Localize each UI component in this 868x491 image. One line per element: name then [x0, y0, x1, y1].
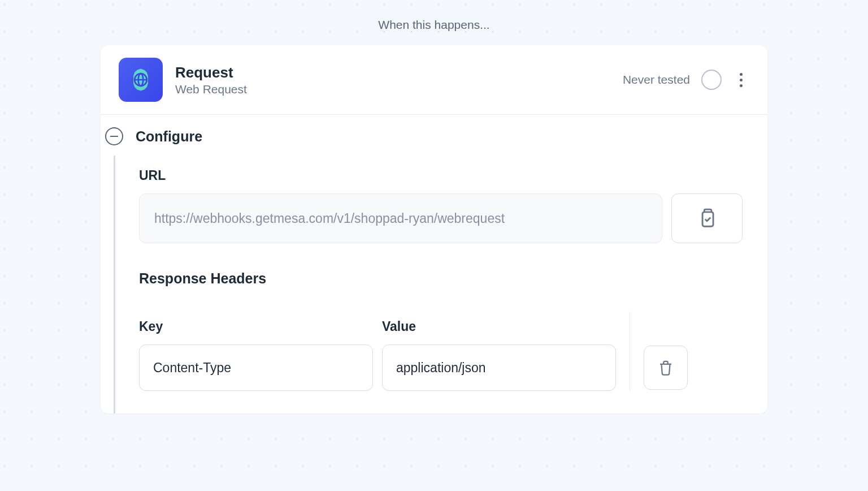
- value-label: Value: [382, 319, 616, 334]
- card-title: Request: [175, 64, 623, 81]
- header-value-input[interactable]: [382, 344, 616, 391]
- response-headers-title: Response Headers: [139, 270, 743, 287]
- header-key-column: Key: [139, 319, 373, 391]
- minus-icon: [110, 136, 118, 137]
- headers-row: Key Value: [139, 312, 743, 391]
- title-block: Request Web Request: [175, 64, 623, 96]
- url-label: URL: [139, 168, 743, 183]
- collapse-button[interactable]: [105, 127, 123, 145]
- card-subtitle: Web Request: [175, 83, 623, 96]
- card-header: Request Web Request Never tested: [101, 45, 767, 115]
- clipboard-icon: [696, 208, 718, 229]
- header-value-column: Value: [382, 319, 616, 391]
- configure-title: Configure: [136, 128, 202, 145]
- trigger-section-label: When this happens...: [0, 0, 868, 45]
- delete-header-button[interactable]: [644, 346, 688, 390]
- card-body: Configure URL https://webhooks.getmesa.c…: [101, 115, 767, 414]
- trash-icon: [657, 359, 674, 376]
- configure-content: URL https://webhooks.getmesa.com/v1/shop…: [139, 168, 743, 391]
- timeline-line: [114, 156, 115, 414]
- status-text: Never tested: [623, 73, 690, 87]
- url-display: https://webhooks.getmesa.com/v1/shoppad-…: [139, 193, 662, 243]
- status-indicator-icon[interactable]: [701, 70, 722, 90]
- status-area: Never tested: [623, 68, 749, 92]
- key-label: Key: [139, 319, 373, 334]
- divider: [630, 312, 630, 391]
- copy-url-button[interactable]: [671, 193, 743, 243]
- web-request-icon: [119, 58, 163, 102]
- more-menu-button[interactable]: [733, 68, 749, 92]
- request-card: Request Web Request Never tested Configu…: [101, 45, 767, 414]
- url-row: https://webhooks.getmesa.com/v1/shoppad-…: [139, 193, 743, 243]
- configure-section-header: Configure: [105, 127, 743, 145]
- header-key-input[interactable]: [139, 344, 373, 391]
